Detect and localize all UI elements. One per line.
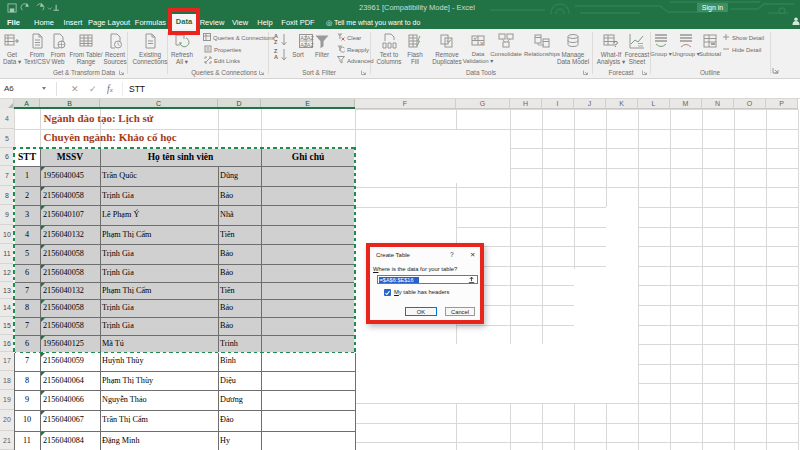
svg-text:?: ? xyxy=(613,39,618,49)
